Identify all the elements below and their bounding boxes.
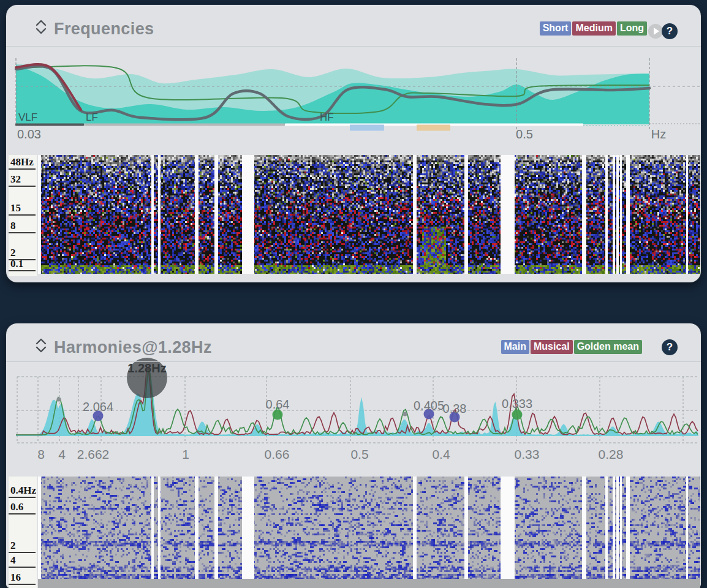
y-axis-tick: 2: [9, 540, 36, 553]
legend: ShortMediumLong: [540, 21, 647, 36]
y-axis-tick: 32: [9, 173, 36, 187]
frequencies-spectrogram[interactable]: [38, 155, 700, 274]
minor-peak-dot[interactable]: [57, 398, 61, 402]
x-axis-tick: 1: [182, 447, 189, 461]
x-axis-tick: 0.5: [350, 447, 368, 461]
legend-item-medium[interactable]: Medium: [572, 21, 615, 36]
help-button[interactable]: ?: [662, 23, 678, 39]
y-axis-tick: 15: [9, 202, 36, 216]
range-highlight[interactable]: [350, 125, 384, 131]
legend: MainMusicalGolden mean: [501, 340, 643, 354]
panel-title: Harmonies@1.28Hz: [54, 338, 212, 357]
harmonies-header: Harmonies@1.28Hz MainMusicalGolden mean …: [6, 323, 701, 364]
series-cyan-area: [16, 368, 698, 436]
x-axis-tick: 0.66: [265, 447, 290, 461]
y-axis-tick: 4: [9, 554, 36, 568]
y-axis-tick: 0.4Hz: [9, 484, 36, 498]
harmonies-spectrogram[interactable]: [38, 477, 700, 579]
help-button[interactable]: ?: [662, 339, 678, 355]
x-axis-tick: 8: [37, 447, 45, 461]
spectrogram-y-axis: 48Hz3215820.1: [9, 155, 37, 276]
legend-item-short[interactable]: Short: [540, 21, 572, 36]
harmonies-panel: Harmonies@1.28Hz MainMusicalGolden mean …: [6, 323, 701, 588]
peak-label: 0.64: [266, 398, 290, 411]
collapse-expand-icon[interactable]: [34, 337, 48, 354]
x-axis-tick: 0.4: [432, 447, 450, 461]
spectrogram-footer: [38, 579, 700, 588]
series-golden-mean-line: [16, 370, 698, 435]
app-background: Frequencies ShortMediumLong ? VLFLFHF0.0…: [0, 0, 707, 588]
legend-item-long[interactable]: Long: [617, 21, 647, 36]
x-axis-tick: 0.28: [599, 447, 624, 461]
x-axis-tick: 2.662: [77, 447, 110, 461]
x-axis-label: 0.03: [17, 127, 41, 141]
spectrogram-y-axis: 0.4Hz0.62416: [9, 477, 37, 588]
band-label: HF: [320, 111, 334, 123]
range-highlight[interactable]: [417, 125, 450, 131]
play-icon: [654, 28, 659, 35]
x-axis-tick: 0.33: [515, 447, 540, 461]
band-label: VLF: [18, 111, 37, 123]
band-label: LF: [86, 111, 98, 123]
panel-title: Frequencies: [54, 20, 154, 39]
peak-label: 0.333: [502, 397, 532, 410]
y-axis-tick: 0.6: [9, 501, 36, 514]
play-button[interactable]: [648, 24, 663, 39]
peak-label: 0.38: [443, 402, 467, 415]
x-axis-label: 0.5: [516, 127, 533, 141]
frequencies-panel: Frequencies ShortMediumLong ? VLFLFHF0.0…: [6, 5, 701, 282]
legend-item-musical[interactable]: Musical: [531, 340, 573, 354]
series-musical-line: [16, 368, 698, 435]
collapse-expand-icon[interactable]: [34, 18, 48, 36]
y-axis-tick: 0.1: [9, 258, 36, 271]
range-bar[interactable]: [84, 124, 285, 126]
x-axis-label: Hz: [651, 127, 666, 141]
x-axis-tick: 4: [58, 447, 66, 461]
peak-marker[interactable]: [512, 410, 523, 420]
range-bar[interactable]: [15, 124, 84, 126]
y-axis-tick: 48Hz: [9, 156, 36, 170]
peak-label: 2.064: [83, 400, 113, 413]
legend-item-main[interactable]: Main: [501, 340, 529, 354]
divider: [6, 46, 701, 47]
frequencies-header: Frequencies ShortMediumLong ?: [6, 5, 701, 46]
y-axis-tick: 8: [9, 220, 36, 233]
minor-peak-dot[interactable]: [403, 412, 407, 417]
y-axis-tick: 16: [9, 571, 36, 585]
legend-item-golden-mean[interactable]: Golden mean: [574, 340, 642, 354]
peak-marker[interactable]: [273, 410, 283, 420]
peak-label: 0.405: [414, 399, 444, 412]
